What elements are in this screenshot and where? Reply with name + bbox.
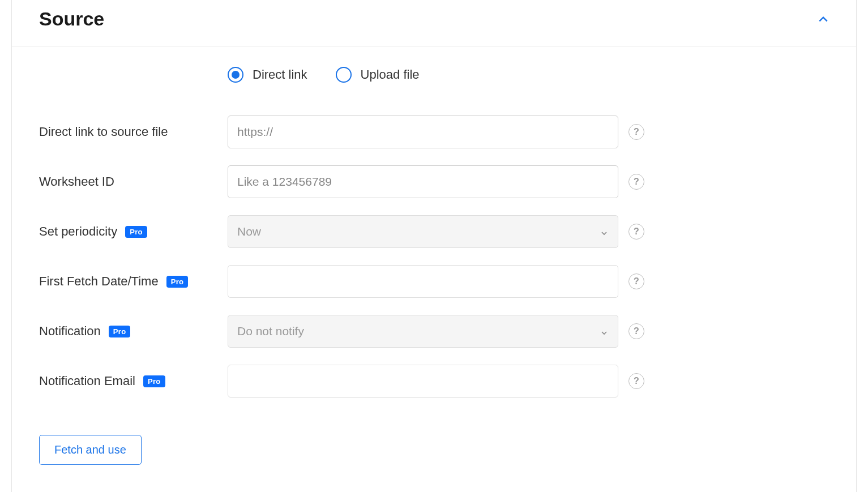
label-worksheet-id: Worksheet ID — [39, 174, 228, 189]
source-panel: Source Direct link Upload file Direct li… — [11, 0, 857, 492]
row-worksheet-id: Worksheet ID ? — [39, 165, 829, 198]
source-type-radios: Direct link Upload file — [228, 67, 829, 83]
pro-badge: Pro — [166, 276, 189, 288]
control-wrap: ? — [228, 116, 644, 148]
control-wrap: ? — [228, 365, 644, 398]
pro-badge: Pro — [125, 226, 147, 238]
help-icon[interactable]: ? — [628, 174, 644, 190]
panel-title: Source — [39, 8, 104, 30]
row-periodicity: Set periodicity Pro Now ? — [39, 215, 829, 248]
fetch-and-use-button[interactable]: Fetch and use — [39, 435, 142, 465]
label-notification: Notification Pro — [39, 324, 228, 339]
pro-badge: Pro — [143, 375, 165, 387]
first-fetch-input[interactable] — [228, 265, 618, 298]
control-wrap: Now ? — [228, 215, 644, 248]
help-icon[interactable]: ? — [628, 124, 644, 140]
label-periodicity: Set periodicity Pro — [39, 224, 228, 239]
collapse-toggle[interactable] — [818, 14, 829, 25]
chevron-down-icon — [600, 327, 609, 336]
direct-link-input[interactable] — [228, 116, 618, 148]
radio-direct-link[interactable]: Direct link — [228, 67, 307, 83]
label-direct-link: Direct link to source file — [39, 125, 228, 139]
radio-icon — [228, 67, 243, 83]
help-icon[interactable]: ? — [628, 273, 644, 289]
control-wrap: ? — [228, 265, 644, 298]
notification-email-input[interactable] — [228, 365, 618, 398]
pro-badge: Pro — [109, 326, 131, 337]
radio-upload-file-label: Upload file — [361, 67, 420, 82]
radio-dot-icon — [232, 71, 240, 79]
periodicity-value: Now — [237, 225, 261, 238]
label-first-fetch: First Fetch Date/Time Pro — [39, 274, 228, 289]
chevron-down-icon — [600, 227, 609, 236]
notification-select[interactable]: Do not notify — [228, 315, 618, 348]
help-icon[interactable]: ? — [628, 323, 644, 339]
chevron-up-icon — [818, 14, 829, 25]
control-wrap: ? — [228, 165, 644, 198]
notification-value: Do not notify — [237, 324, 304, 338]
row-notification-email: Notification Email Pro ? — [39, 365, 829, 398]
panel-header: Source — [12, 0, 856, 46]
panel-body: Direct link Upload file Direct link to s… — [12, 46, 856, 492]
periodicity-select[interactable]: Now — [228, 215, 618, 248]
row-notification: Notification Pro Do not notify ? — [39, 315, 829, 348]
help-icon[interactable]: ? — [628, 373, 644, 389]
worksheet-id-input[interactable] — [228, 165, 618, 198]
row-direct-link: Direct link to source file ? — [39, 116, 829, 148]
radio-icon — [336, 67, 352, 83]
control-wrap: Do not notify ? — [228, 315, 644, 348]
label-notification-email: Notification Email Pro — [39, 374, 228, 388]
row-first-fetch: First Fetch Date/Time Pro ? — [39, 265, 829, 298]
radio-direct-link-label: Direct link — [253, 67, 307, 82]
radio-upload-file[interactable]: Upload file — [336, 67, 420, 83]
help-icon[interactable]: ? — [628, 224, 644, 240]
